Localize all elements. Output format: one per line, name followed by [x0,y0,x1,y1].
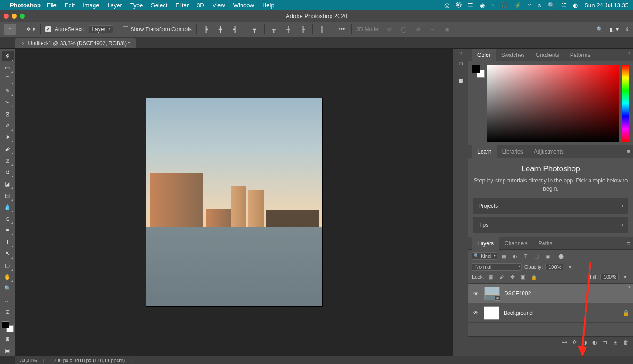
menu-image[interactable]: Image [83,2,99,9]
chevron-right-icon[interactable]: › [131,358,133,363]
tool-eraser[interactable]: ◪ [2,178,14,189]
filter-pixel-icon[interactable]: ▦ [500,252,508,260]
fill-input[interactable]: 100% [600,274,619,280]
canvas-area[interactable] [15,49,453,356]
layer-thumbnail[interactable]: ▣ [484,287,500,300]
menu-type[interactable]: Type [130,2,143,9]
foreground-background-colors[interactable] [2,321,14,333]
filter-smart-icon[interactable]: ▣ [543,252,552,260]
menu-select[interactable]: Select [151,2,167,9]
panel-menu-icon[interactable]: ≡ [627,148,630,155]
align-center-h-icon[interactable]: ╋ [216,24,226,34]
lock-image-icon[interactable]: 🖌 [497,273,505,280]
tool-edit-toolbar[interactable]: ⊡ [2,307,14,317]
move-tool-indicator-icon[interactable]: ✥ ▾ [26,24,36,34]
expand-dock-icon[interactable]: ‹‹ [453,51,468,55]
lock-position-icon[interactable]: ✥ [508,273,516,280]
tool-healing-brush[interactable]: ✷ [2,132,14,143]
lock-transparent-icon[interactable]: ▦ [487,273,495,280]
new-adjustment-layer-icon[interactable]: ◐ [592,339,597,345]
blend-mode-dropdown[interactable]: Normal [472,263,522,271]
more-options-icon[interactable]: ••• [337,24,347,34]
tool-dodge[interactable]: ⊙ [2,214,14,224]
fg-swatch[interactable] [472,65,480,73]
menu-layer[interactable]: Layer [107,2,122,9]
tray-siri-icon[interactable]: ◐ [573,2,578,9]
distribute-h-icon[interactable]: ╫ [283,24,293,34]
tool-hand[interactable]: ✋ [2,272,14,283]
tab-learn[interactable]: Learn [472,145,497,158]
tab-layers[interactable]: Layers [472,237,499,250]
auto-select-target-dropdown[interactable]: Layer [89,25,113,33]
tool-frame[interactable]: ⊠ [2,109,14,120]
layer-row[interactable]: 👁 ▣ DSCF4902 [468,284,633,303]
tab-swatches[interactable]: Swatches [496,49,530,61]
tray-control-center-icon[interactable]: ☳ [561,2,567,9]
tool-move[interactable]: ✥ [2,51,14,61]
tab-libraries[interactable]: Libraries [497,145,529,158]
workspace-switcher-icon[interactable]: ◧ ▾ [609,26,619,33]
filter-type-icon[interactable]: T [522,252,530,260]
tool-gradient[interactable]: ▤ [2,190,14,201]
tray-spotlight-icon[interactable]: 🔍 [548,2,555,9]
tool-marquee[interactable]: ▭ [2,62,14,73]
tool-pen[interactable]: ✒ [2,225,14,236]
tab-color[interactable]: Color [472,49,496,61]
collapsed-panel-icon[interactable]: ≣ [458,78,463,84]
chevron-down-icon[interactable]: ▾ [566,263,574,271]
foreground-color-swatch[interactable] [2,321,9,328]
align-right-icon[interactable]: ┫ [230,24,240,34]
menu-view[interactable]: View [213,2,225,9]
search-icon[interactable]: 🔍 [596,26,603,33]
visibility-eye-icon[interactable]: 👁 [472,310,479,316]
tray-app-icon[interactable]: ⌂ [491,2,495,9]
tray-bluetooth-icon[interactable]: ⚡ [514,2,521,9]
link-layers-icon[interactable]: ⊶ [562,339,567,345]
tool-quick-select[interactable]: ✎ [2,85,14,96]
tab-gradients[interactable]: Gradients [530,49,565,61]
panel-menu-icon[interactable]: ≡ [627,240,630,247]
home-button[interactable]: ⌂ [4,24,16,35]
close-tab-icon[interactable]: × [22,41,24,46]
layer-filter-kind-dropdown[interactable]: Kind [472,252,497,260]
screen-mode-toggle[interactable]: ▣ [2,345,14,356]
filter-adjust-icon[interactable]: ◐ [511,252,519,260]
tab-adjustments[interactable]: Adjustments [529,145,569,158]
learn-item-tips[interactable]: Tips › [473,217,628,233]
menu-filter[interactable]: Filter [175,2,189,9]
tool-eyedropper[interactable]: ✐ [2,121,14,131]
tab-patterns[interactable]: Patterns [565,49,596,61]
tab-channels[interactable]: Channels [499,237,533,250]
layer-style-fx-icon[interactable]: fx [573,339,577,345]
tool-path-select[interactable]: ↖ [2,248,14,259]
learn-item-projects[interactable]: Projects › [473,198,628,214]
layer-name[interactable]: DSCF4902 [504,290,531,297]
delete-layer-icon[interactable]: 🗑 [623,339,628,345]
layer-row[interactable]: 👁 Background 🔒 [468,303,633,323]
tool-brush[interactable]: 🖌 [2,144,14,154]
tray-user-icon[interactable]: ⍉ [538,2,541,9]
distribute-v-icon[interactable]: ╥ [269,24,279,34]
color-field-picker[interactable] [487,65,619,142]
tray-clock[interactable]: Sun 24 Jul 13.35 [584,2,628,9]
color-swatch-pair[interactable] [472,65,485,78]
tool-zoom[interactable]: 🔍 [2,283,14,294]
tab-paths[interactable]: Paths [533,237,558,250]
tool-rectangle[interactable]: ▢ [2,260,14,271]
tool-clone-stamp[interactable]: ⎚ [2,155,14,166]
new-layer-icon[interactable]: ⊞ [613,339,618,345]
tray-headphones-icon[interactable]: 🎧 [501,2,508,9]
align-left-icon[interactable]: ┣ [201,24,211,34]
visibility-eye-icon[interactable]: 👁 [472,290,480,297]
app-menu[interactable]: Photoshop [10,2,41,9]
add-mask-icon[interactable]: ◑ [582,339,587,345]
tray-malware-icon[interactable]: ⓜ [456,1,462,9]
status-doc-info[interactable]: 1200 px x 1418 px (118,11 ppcm) [51,358,125,363]
status-zoom[interactable]: 33,33% [20,358,37,363]
document-tab[interactable]: × Untitled-1 @ 33,3% (DSCF4902, RGB/8) * [15,38,136,48]
menu-edit[interactable]: Edit [65,2,75,9]
collapse-dock-icon[interactable]: ›› [628,51,630,55]
tool-type[interactable]: T [2,237,14,247]
tool-lasso[interactable]: ⌒ [2,74,14,85]
lock-artboard-icon[interactable]: ▣ [519,273,527,280]
